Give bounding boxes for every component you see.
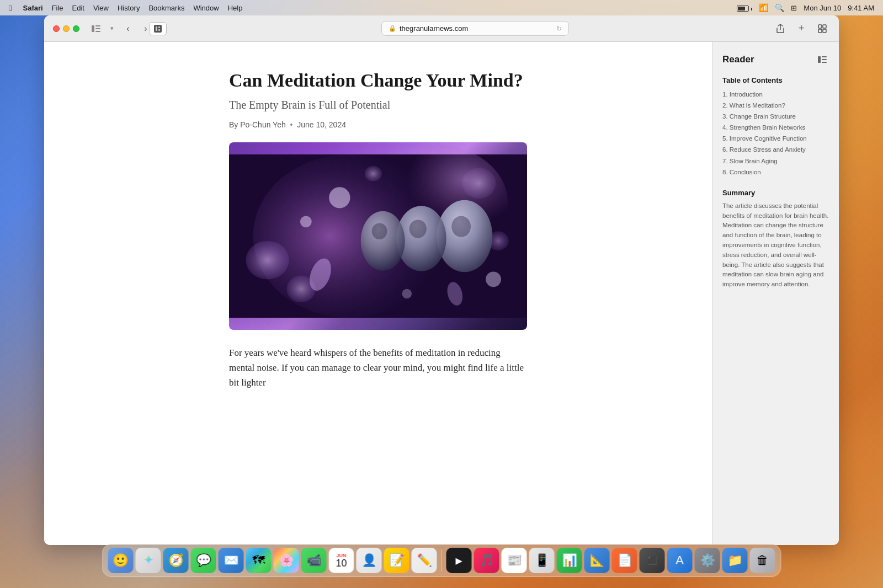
menubar-left:  Safari File Edit View History Bookmark… bbox=[9, 3, 242, 13]
dock-keynote[interactable]: 📐 bbox=[584, 548, 610, 573]
dock-numbers[interactable]: 📊 bbox=[557, 548, 582, 573]
hero-svg bbox=[229, 142, 527, 330]
dock-appstore[interactable]: A bbox=[667, 548, 693, 573]
svg-rect-1 bbox=[95, 25, 100, 26]
toc-item-2[interactable]: 2. What is Meditation? bbox=[722, 100, 829, 111]
svg-rect-32 bbox=[818, 56, 821, 63]
svg-rect-0 bbox=[92, 25, 94, 32]
summary-label: Summary bbox=[722, 189, 829, 197]
dock-safari[interactable]: 🧭 bbox=[163, 548, 189, 573]
close-button[interactable] bbox=[53, 25, 60, 32]
svg-point-31 bbox=[402, 289, 412, 298]
dock-mail[interactable]: ✉️ bbox=[219, 548, 244, 573]
byline-date: June 10, 2024 bbox=[297, 120, 346, 129]
dock-photos[interactable]: 🌸 bbox=[274, 548, 299, 573]
maximize-button[interactable] bbox=[73, 25, 79, 32]
dock-freeform[interactable]: ✏️ bbox=[412, 548, 437, 573]
svg-point-27 bbox=[372, 223, 387, 239]
summary-text: The article discusses the potential bene… bbox=[722, 201, 829, 290]
dock-news[interactable]: 📰 bbox=[502, 548, 527, 573]
minimize-button[interactable] bbox=[63, 25, 70, 32]
svg-rect-34 bbox=[822, 59, 827, 60]
dock-files[interactable]: 📁 bbox=[722, 548, 748, 573]
svg-rect-8 bbox=[818, 25, 822, 28]
dock-system-preferences[interactable]: ⚙️ bbox=[695, 548, 720, 573]
sidebar-toggle-button[interactable] bbox=[88, 23, 104, 35]
safari-toolbar: ▾ ‹ › 🔒 thegranularnews.com ↻ bbox=[44, 15, 839, 42]
article-subtitle: The Empty Brain is Full of Potential bbox=[229, 99, 527, 111]
reader-panel: Reader Table of Contents 1. Introduction… bbox=[712, 42, 839, 545]
svg-point-23 bbox=[451, 216, 471, 237]
new-tab-button[interactable]: + bbox=[794, 21, 809, 36]
menubar-view[interactable]: View bbox=[93, 4, 109, 12]
svg-rect-9 bbox=[823, 25, 826, 28]
svg-rect-35 bbox=[822, 62, 827, 63]
svg-point-28 bbox=[329, 187, 350, 208]
reader-header: Reader bbox=[722, 53, 829, 66]
menubar-history[interactable]: History bbox=[118, 4, 140, 12]
reload-icon[interactable]: ↻ bbox=[556, 25, 562, 33]
toc-item-5[interactable]: 5. Improve Cognitive Function bbox=[722, 133, 829, 144]
dock-trash[interactable]: 🗑 bbox=[750, 548, 775, 573]
svg-rect-10 bbox=[818, 29, 822, 33]
toc-item-1[interactable]: 1. Introduction bbox=[722, 89, 829, 100]
toc-item-8[interactable]: 8. Conclusion bbox=[722, 167, 829, 178]
battery-icon bbox=[737, 4, 753, 12]
dock-divider bbox=[442, 549, 442, 571]
url-bar[interactable]: 🔒 thegranularnews.com ↻ bbox=[381, 21, 569, 36]
reader-panel-title: Reader bbox=[722, 54, 754, 65]
menubar-window[interactable]: Window bbox=[193, 4, 219, 12]
wifi-icon: 📶 bbox=[759, 3, 768, 12]
safari-content: Can Meditation Change Your Mind? The Emp… bbox=[44, 42, 839, 545]
control-center-icon[interactable]: ⊞ bbox=[791, 4, 797, 12]
menubar-right: 📶 🔍 ⊞ Mon Jun 10 9:41 AM bbox=[737, 3, 874, 12]
svg-rect-4 bbox=[154, 25, 162, 33]
dock-contacts[interactable]: 👤 bbox=[357, 548, 382, 573]
tab-grid-button[interactable] bbox=[815, 21, 830, 36]
safari-window: ▾ ‹ › 🔒 thegranularnews.com ↻ bbox=[44, 15, 839, 545]
menubar-help[interactable]: Help bbox=[228, 4, 243, 12]
dock-pages[interactable]: 📄 bbox=[612, 548, 637, 573]
menubar-bookmarks[interactable]: Bookmarks bbox=[148, 4, 184, 12]
menubar-edit[interactable]: Edit bbox=[72, 4, 84, 12]
share-button[interactable] bbox=[773, 21, 788, 36]
dock-facetime[interactable]: 📹 bbox=[301, 548, 327, 573]
toc-item-4[interactable]: 4. Strengthen Brain Networks bbox=[722, 122, 829, 133]
back-button[interactable]: ‹ bbox=[120, 21, 136, 36]
svg-rect-3 bbox=[95, 31, 100, 32]
toc-item-7[interactable]: 7. Slow Brain Aging bbox=[722, 156, 829, 167]
apple-logo-icon[interactable]:  bbox=[9, 3, 12, 13]
reader-close-button[interactable] bbox=[816, 53, 829, 66]
dock-notes[interactable]: 📝 bbox=[384, 548, 409, 573]
menubar-file[interactable]: File bbox=[52, 4, 63, 12]
svg-point-29 bbox=[486, 271, 501, 287]
article-title: Can Meditation Change Your Mind? bbox=[229, 70, 527, 92]
dock-music[interactable]: 🎵 bbox=[474, 548, 499, 573]
traffic-lights bbox=[53, 25, 79, 32]
dock-iphone-mirror[interactable]: 📱 bbox=[529, 548, 555, 573]
svg-point-17 bbox=[462, 168, 496, 199]
article-area[interactable]: Can Meditation Change Your Mind? The Emp… bbox=[44, 42, 712, 545]
svg-point-19 bbox=[365, 166, 382, 181]
byline-author: By Po-Chun Yeh bbox=[229, 120, 286, 129]
svg-point-26 bbox=[361, 211, 405, 271]
svg-point-30 bbox=[300, 216, 312, 227]
url-bar-wrapper: 🔒 thegranularnews.com ↻ bbox=[184, 21, 766, 36]
dock-maps[interactable]: 🗺 bbox=[246, 548, 272, 573]
dock-messages[interactable]: 💬 bbox=[191, 548, 216, 573]
tab-icon[interactable] bbox=[149, 22, 167, 35]
svg-rect-6 bbox=[158, 26, 160, 28]
dock-launchpad[interactable]: ✦ bbox=[136, 548, 161, 573]
url-text: thegranularnews.com bbox=[400, 24, 468, 33]
dock-appletv[interactable]: ▶ bbox=[446, 548, 472, 573]
dock-simulator[interactable]: ⬛ bbox=[640, 548, 665, 573]
toc-label: Table of Contents bbox=[722, 76, 829, 84]
dock-finder[interactable]: 🙂 bbox=[108, 548, 134, 573]
search-icon[interactable]: 🔍 bbox=[775, 3, 784, 12]
toolbar-actions: + bbox=[773, 21, 830, 36]
toc-item-3[interactable]: 3. Change Brain Structure bbox=[722, 111, 829, 122]
article-byline: By Po-Chun Yeh • June 10, 2024 bbox=[229, 120, 527, 129]
menubar-safari[interactable]: Safari bbox=[23, 4, 42, 12]
toc-item-6[interactable]: 6. Reduce Stress and Anxiety bbox=[722, 144, 829, 155]
dock-calendar[interactable]: JUN 10 bbox=[329, 548, 354, 573]
